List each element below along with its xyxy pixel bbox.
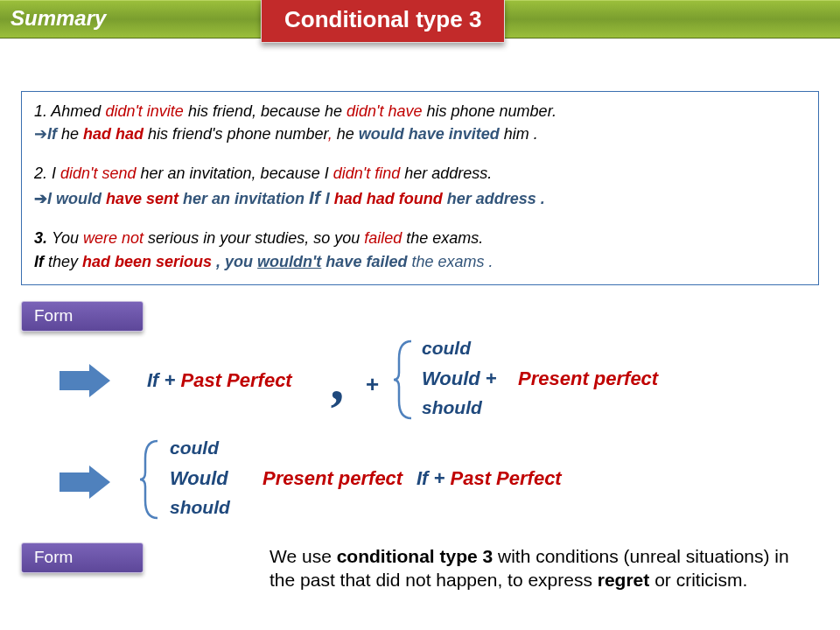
example-3a: 3. You were not serious in your studies,… [34, 228, 806, 248]
example-2b: ➔I would have sent her an invitation If … [34, 186, 806, 210]
modal-would-1: Would + [422, 368, 497, 390]
brace-icon [392, 338, 416, 422]
usage-text: We use conditional type 3 with condition… [270, 544, 812, 592]
modal-could-2: could [170, 438, 219, 458]
form-badge-1: Form [21, 301, 144, 332]
title-badge: Conditional type 3 [261, 0, 505, 43]
plus-sign: + [366, 371, 379, 398]
if-plus-1: If + Past Perfect [147, 369, 292, 392]
summary-label: Summary [10, 6, 106, 31]
present-perfect-1: Present perfect [518, 368, 658, 390]
modal-should-1: should [422, 397, 482, 418]
arrow-icon: ➔ [34, 125, 47, 143]
form-badge-2: Form [21, 542, 144, 573]
comma: , [332, 348, 346, 413]
examples-box: 1. Ahmed didn't invite his friend, becau… [21, 91, 819, 285]
modal-could-1: could [422, 338, 471, 359]
example-2a: 2. I didn't send her an invitation, beca… [34, 163, 806, 184]
modal-would-2: Would [170, 467, 228, 490]
modal-should-2: should [170, 497, 230, 518]
brace-icon [138, 438, 163, 522]
example-1b: ➔If he had had his friend's phone number… [34, 123, 806, 144]
present-perfect-2: Present perfect [262, 467, 402, 490]
if-plus-2: If + Past Perfect [416, 467, 562, 490]
example-1a: 1. Ahmed didn't invite his friend, becau… [34, 101, 806, 122]
arrow-icon: ➔ [34, 190, 47, 207]
example-3b: If they had been serious , you wouldn't … [34, 251, 806, 272]
